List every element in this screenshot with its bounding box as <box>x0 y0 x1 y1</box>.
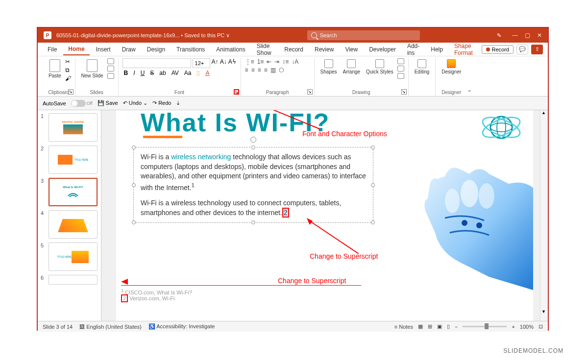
close-button[interactable]: ✕ <box>537 32 542 39</box>
maximize-button[interactable]: ▢ <box>525 32 530 39</box>
fit-window-icon[interactable]: ⊡ <box>539 323 543 330</box>
strike-button[interactable]: S <box>148 69 155 77</box>
tab-design[interactable]: Design <box>142 44 170 55</box>
thumbnail-4[interactable] <box>49 210 98 239</box>
shape-outline-icon[interactable] <box>397 66 404 72</box>
resize-handle-tm[interactable] <box>251 146 255 149</box>
resize-handle-br[interactable] <box>371 220 375 224</box>
indent-left-icon[interactable]: ⇤ <box>267 58 271 65</box>
quick-styles-button[interactable]: Quick Styles <box>364 58 395 75</box>
view-sorter-icon[interactable]: ⊞ <box>428 323 432 330</box>
vertical-scrollbar[interactable]: ▲ ▼ <box>540 110 547 321</box>
tab-insert[interactable]: Insert <box>91 44 116 55</box>
shapes-button[interactable]: Shapes <box>318 58 339 75</box>
new-slide-button[interactable]: New Slide <box>79 58 105 79</box>
arrange-button[interactable]: Arrange <box>341 58 363 75</box>
font-color-button[interactable]: A <box>204 69 211 77</box>
editing-button[interactable]: Editing <box>413 58 432 75</box>
tab-draw[interactable]: Draw <box>117 44 141 55</box>
content-textbox[interactable]: Wi-Fi is a wireless networking technolog… <box>133 147 373 223</box>
collapse-ribbon-icon[interactable]: ⌄ <box>467 86 472 93</box>
autosave-toggle[interactable] <box>71 100 86 107</box>
thumbnail-1[interactable]: DIGITAL DIVIDE <box>49 113 98 142</box>
resize-handle-lm[interactable] <box>132 183 136 187</box>
case-button[interactable]: Aa <box>183 69 193 77</box>
designer-button[interactable]: Designer <box>440 58 463 75</box>
spacing-button[interactable]: AV <box>170 69 180 77</box>
tab-view[interactable]: View <box>340 44 363 55</box>
columns-icon[interactable]: ▥ <box>270 67 276 73</box>
section-icon[interactable] <box>107 73 114 79</box>
share-button[interactable]: ⇧ <box>531 45 543 54</box>
tab-animations[interactable]: Animations <box>211 44 250 55</box>
shape-effects-icon[interactable] <box>397 73 404 79</box>
tab-addins[interactable]: Add-ins <box>402 41 424 58</box>
decrease-font-icon[interactable]: A↓ <box>220 58 227 68</box>
numbering-icon[interactable]: 1≡ <box>257 58 264 65</box>
font-dialog-launcher[interactable]: ↘ <box>234 89 239 95</box>
accessibility-status[interactable]: ♿ Accessibility: Investigate <box>148 323 215 330</box>
font-size-dropdown[interactable]: 12+ <box>193 58 210 68</box>
zoom-out-button[interactable]: − <box>455 324 458 330</box>
slide-title[interactable]: What Is WI-FI? <box>141 110 330 137</box>
tab-help[interactable]: Help <box>426 44 448 55</box>
resize-handle-bm[interactable] <box>251 220 255 224</box>
align-center-icon[interactable]: ≡ <box>251 67 255 73</box>
thumbnail-5[interactable]: TITLE HERE <box>49 243 98 271</box>
layout-icon[interactable] <box>107 58 114 64</box>
slide-editor[interactable]: What Is WI-FI? Wi-Fi is <box>101 110 548 321</box>
search-box[interactable]: Search <box>307 30 420 40</box>
font-name-dropdown[interactable] <box>122 58 191 68</box>
copy-icon[interactable]: ⧉ <box>65 67 71 73</box>
footnotes[interactable]: 1 CISCO.com, What Is Wi-Fi? 2 Verizon.co… <box>121 288 192 301</box>
selected-text-2[interactable]: 2 <box>282 208 289 218</box>
qat-more[interactable]: ⇣ <box>176 100 180 106</box>
view-reading-icon[interactable]: ▣ <box>437 323 442 330</box>
thumbnail-3[interactable]: What Is WI-FI? <box>49 178 98 206</box>
paragraph-launcher[interactable]: ↘ <box>307 89 313 95</box>
clear-format-icon[interactable]: Aϟ <box>228 58 236 68</box>
tab-file[interactable]: File <box>43 44 62 55</box>
comments-button[interactable]: 💬 <box>516 45 528 54</box>
paragraph-1[interactable]: Wi-Fi is a wireless networking technolog… <box>141 152 366 193</box>
tab-record[interactable]: Record <box>279 44 308 55</box>
minimize-button[interactable]: — <box>512 32 518 39</box>
tab-shape-format[interactable]: Shape Format <box>449 41 480 58</box>
resize-handle-rm[interactable] <box>371 183 375 187</box>
format-painter-icon[interactable]: 🖌 <box>65 75 71 82</box>
zoom-in-button[interactable]: + <box>512 324 514 330</box>
smartart-icon[interactable]: ⬡ <box>279 67 284 73</box>
view-normal-icon[interactable]: ▦ <box>418 323 423 330</box>
cut-icon[interactable]: ✂ <box>65 58 71 65</box>
justify-icon[interactable]: ≡ <box>264 67 268 73</box>
thumbnail-2[interactable]: TITLE HERE <box>49 146 98 174</box>
tab-developer[interactable]: Developer <box>364 44 401 55</box>
resize-handle-tl[interactable] <box>132 146 136 149</box>
text-direction-icon[interactable]: ↓A <box>292 58 298 65</box>
link-wireless-networking[interactable]: wireless networking <box>171 153 231 161</box>
zoom-slider[interactable] <box>463 326 507 327</box>
shadow-button[interactable]: ab <box>158 69 167 77</box>
clipboard-launcher[interactable]: ↘ <box>68 89 74 95</box>
bullets-icon[interactable]: ⋮≡ <box>245 58 254 65</box>
paragraph-2[interactable]: Wi-Fi is a wireless technology used to c… <box>141 198 366 218</box>
slide-counter[interactable]: Slide 3 of 14 <box>43 324 73 330</box>
save-button[interactable]: 💾 Save <box>98 100 118 106</box>
rotate-handle[interactable] <box>250 137 256 143</box>
increase-font-icon[interactable]: A↑ <box>212 58 219 68</box>
redo-button[interactable]: ↷ Redo <box>152 100 171 106</box>
highlight-button[interactable]: ▯ <box>195 69 201 77</box>
thumbnail-6[interactable] <box>49 275 98 285</box>
tab-review[interactable]: Review <box>310 44 339 55</box>
drawing-launcher[interactable]: ↘ <box>401 89 407 95</box>
tab-transitions[interactable]: Transitions <box>172 44 210 55</box>
view-slideshow-icon[interactable]: ▯ <box>447 323 450 330</box>
bold-button[interactable]: B <box>122 69 130 77</box>
align-right-icon[interactable]: ≡ <box>258 67 261 73</box>
indent-right-icon[interactable]: ⇥ <box>274 58 279 65</box>
reset-icon[interactable] <box>107 66 114 72</box>
underline-button[interactable]: U <box>139 69 147 77</box>
line-spacing-icon[interactable]: ↕≡ <box>282 58 289 65</box>
italic-button[interactable]: I <box>132 69 136 77</box>
pen-icon[interactable]: ✎ <box>497 32 501 39</box>
